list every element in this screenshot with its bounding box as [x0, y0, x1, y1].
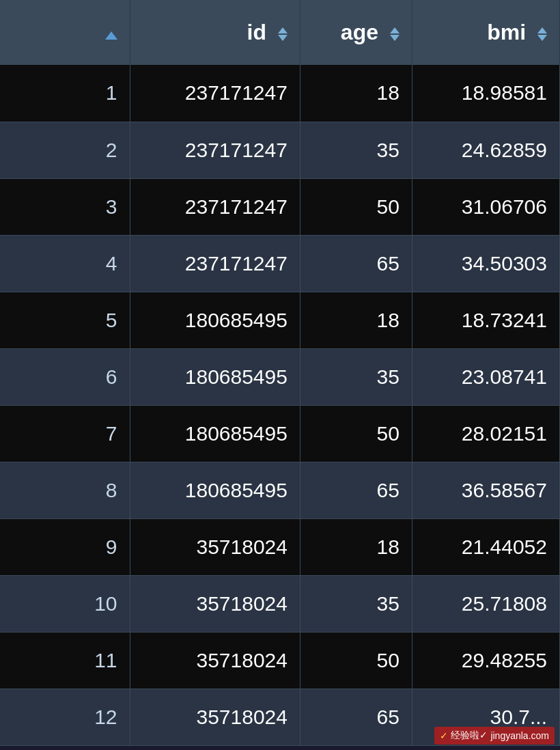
bmi-sort-up-icon: [537, 27, 547, 33]
table-row: 51806854951818.73241: [0, 292, 560, 348]
row-number: 12: [0, 689, 130, 745]
row-bmi: 28.02151: [412, 405, 559, 462]
age-sort-down-icon: [390, 35, 400, 41]
row-id: 35718024: [130, 632, 300, 689]
row-age: 65: [300, 462, 412, 518]
row-id: 237171247: [130, 65, 300, 122]
row-id: 237171247: [130, 235, 300, 292]
row-bmi: 29.48255: [412, 632, 559, 689]
row-number: 3: [0, 178, 130, 235]
row-age: 50: [300, 405, 412, 462]
table-row: 61806854953523.08741: [0, 348, 560, 405]
row-id: 35718024: [130, 518, 300, 575]
bmi-sort-down-icon: [537, 35, 547, 41]
age-sort-up-icon: [390, 27, 400, 33]
row-id: 180685495: [130, 348, 300, 405]
row-age: 50: [300, 178, 412, 235]
row-age: 18: [300, 518, 412, 575]
age-sort-icons: [390, 27, 400, 41]
id-sort-icons: [278, 27, 288, 41]
row-age: 65: [300, 235, 412, 292]
row-age: 35: [300, 122, 412, 178]
table-row: 11357180245029.48255: [0, 632, 560, 689]
row-id: 180685495: [130, 292, 300, 348]
row-bmi: 24.62859: [412, 122, 559, 178]
row-bmi: 23.08741: [412, 348, 559, 405]
row-number: 8: [0, 462, 130, 518]
sort-up-icon: [105, 31, 117, 40]
id-sort-down-icon: [278, 35, 288, 41]
table-row: 81806854956536.58567: [0, 462, 560, 518]
table-header-row: id age bmi: [0, 0, 560, 65]
row-bmi: 36.58567: [412, 462, 559, 518]
row-age: 50: [300, 632, 412, 689]
table-row: 9357180241821.44052: [0, 518, 560, 575]
row-number: 6: [0, 348, 130, 405]
data-table: id age bmi: [0, 0, 560, 746]
bmi-sort-icons: [537, 27, 547, 41]
row-age: 35: [300, 575, 412, 632]
row-bmi: 34.50303: [412, 235, 559, 292]
id-sort-up-icon: [278, 27, 288, 33]
row-id: 35718024: [130, 575, 300, 632]
row-bmi: 21.44052: [412, 518, 559, 575]
row-age: 65: [300, 689, 412, 745]
row-number: 9: [0, 518, 130, 575]
row-number: 10: [0, 575, 130, 632]
row-bmi: 31.06706: [412, 178, 559, 235]
row-num-header[interactable]: [0, 0, 130, 65]
row-id: 237171247: [130, 178, 300, 235]
row-age: 35: [300, 348, 412, 405]
bmi-header[interactable]: bmi: [412, 0, 559, 65]
table-body: 12371712471818.9858122371712473524.62859…: [0, 65, 560, 745]
watermark-site: jingyanlа.com: [490, 730, 549, 741]
watermark-check-icon: ✓: [440, 730, 448, 741]
row-number: 1: [0, 65, 130, 122]
age-header[interactable]: age: [300, 0, 412, 65]
row-age: 18: [300, 65, 412, 122]
row-number: 5: [0, 292, 130, 348]
id-header[interactable]: id: [130, 0, 300, 65]
row-number: 7: [0, 405, 130, 462]
row-bmi: 25.71808: [412, 575, 559, 632]
row-id: 237171247: [130, 122, 300, 178]
row-number: 11: [0, 632, 130, 689]
table-row: 12371712471818.98581: [0, 65, 560, 122]
table-container: id age bmi: [0, 0, 560, 750]
table-row: 22371712473524.62859: [0, 122, 560, 178]
row-bmi: 18.73241: [412, 292, 559, 348]
row-id: 180685495: [130, 462, 300, 518]
row-age: 18: [300, 292, 412, 348]
row-id: 180685495: [130, 405, 300, 462]
watermark: ✓ 经验啦✓ jingyanlа.com: [434, 727, 555, 745]
row-bmi: 18.98581: [412, 65, 559, 122]
row-id: 35718024: [130, 689, 300, 745]
table-row: 42371712476534.50303: [0, 235, 560, 292]
table-row: 71806854955028.02151: [0, 405, 560, 462]
row-number: 2: [0, 122, 130, 178]
watermark-text: 经验啦✓: [451, 730, 488, 742]
table-row: 10357180243525.71808: [0, 575, 560, 632]
row-number: 4: [0, 235, 130, 292]
table-row: 32371712475031.06706: [0, 178, 560, 235]
